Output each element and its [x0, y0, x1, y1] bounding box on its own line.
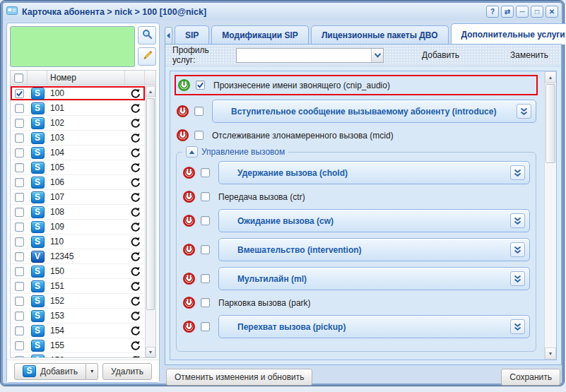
number-row[interactable]: V12345: [11, 249, 145, 264]
history-icon[interactable]: [125, 355, 145, 358]
services-scrollbar[interactable]: ▲ ▼: [544, 71, 556, 360]
window-refresh-button[interactable]: ⇄: [501, 6, 514, 18]
number-row[interactable]: S110: [11, 234, 145, 249]
chevron-down-icon[interactable]: [371, 49, 383, 62]
number-row[interactable]: S108: [11, 205, 145, 220]
history-icon[interactable]: [125, 88, 145, 99]
service-expand-panel[interactable]: Мультилайн (ml): [218, 267, 530, 290]
type-column-header[interactable]: [28, 71, 47, 85]
history-icon[interactable]: [125, 266, 145, 277]
number-row[interactable]: S150: [11, 264, 145, 279]
history-icon[interactable]: [125, 162, 145, 173]
number-row[interactable]: S102: [11, 116, 145, 131]
number-row-checkbox[interactable]: [15, 222, 24, 232]
service-disabled-icon[interactable]: [176, 129, 189, 142]
expand-double-chevron-icon[interactable]: [510, 271, 525, 286]
number-row[interactable]: S153: [11, 309, 145, 323]
history-icon[interactable]: [125, 133, 145, 143]
service-row[interactable]: Передача вызова (ctr): [182, 190, 530, 203]
window-maximize-button[interactable]: □: [531, 6, 543, 18]
service-disabled-icon[interactable]: [182, 243, 196, 256]
scroll-up-icon[interactable]: ▲: [146, 86, 155, 97]
service-row[interactable]: Мультилайн (ml): [182, 267, 530, 290]
number-row[interactable]: S104: [11, 145, 145, 160]
add-number-dropdown-button[interactable]: ▼: [86, 363, 98, 380]
number-row[interactable]: S154: [11, 323, 145, 338]
expand-double-chevron-icon[interactable]: [510, 242, 525, 257]
service-checkbox[interactable]: [194, 131, 204, 140]
service-expand-panel[interactable]: Перехват вызова (pickup): [218, 315, 530, 338]
number-row-checkbox[interactable]: [15, 252, 24, 261]
window-help-button[interactable]: ?: [486, 6, 499, 18]
expand-double-chevron-icon[interactable]: [510, 319, 525, 334]
edit-button[interactable]: [138, 47, 156, 66]
number-row[interactable]: S105: [11, 160, 145, 175]
history-icon[interactable]: [125, 192, 145, 203]
service-expand-panel[interactable]: Вступительное сообщение вызываемому абон…: [212, 100, 536, 123]
search-button[interactable]: [138, 26, 156, 44]
number-row-checkbox[interactable]: [15, 148, 24, 158]
service-checkbox[interactable]: [196, 81, 205, 90]
history-icon[interactable]: [125, 148, 145, 158]
service-expand-panel[interactable]: Ожидание вызова (cw): [218, 209, 530, 232]
number-row-checkbox[interactable]: [15, 326, 24, 335]
expand-double-chevron-icon[interactable]: [510, 213, 525, 228]
numbers-scrollbar[interactable]: ▲ ▼: [145, 86, 155, 357]
expand-double-chevron-icon[interactable]: [517, 104, 531, 119]
service-row[interactable]: Произнесение имени звонящего (cnip_audio…: [176, 76, 536, 94]
tab-sip[interactable]: SIP: [175, 25, 209, 44]
number-row-checkbox[interactable]: [15, 178, 24, 187]
expand-double-chevron-icon[interactable]: [510, 165, 525, 180]
service-checkbox[interactable]: [201, 216, 210, 225]
service-row[interactable]: Вмешательство (intervention): [182, 238, 530, 261]
service-checkbox[interactable]: [194, 107, 204, 116]
number-row-checkbox[interactable]: [15, 119, 24, 128]
scrollbar-thumb[interactable]: [546, 84, 555, 163]
window-titlebar[interactable]: Карточка абонента > nick > 100 [100@nick…: [4, 3, 561, 20]
number-row-checkbox[interactable]: [15, 163, 24, 172]
number-row-checkbox[interactable]: [15, 208, 24, 217]
service-checkbox[interactable]: [201, 322, 210, 331]
number-row[interactable]: S106: [11, 175, 145, 190]
number-row-checkbox[interactable]: [15, 104, 24, 113]
group-collapse-icon[interactable]: [186, 146, 198, 158]
service-disabled-icon[interactable]: [182, 272, 196, 285]
service-checkbox[interactable]: [201, 168, 210, 177]
number-column-header[interactable]: Номер: [47, 71, 125, 85]
service-expand-panel[interactable]: Вмешательство (intervention): [218, 238, 530, 261]
scroll-up-icon[interactable]: ▲: [545, 71, 556, 83]
history-icon[interactable]: [125, 103, 145, 114]
number-row[interactable]: S152: [11, 294, 145, 309]
history-icon[interactable]: [125, 326, 145, 336]
history-icon[interactable]: [125, 222, 145, 232]
number-row-checkbox[interactable]: [15, 89, 24, 98]
profile-replace-button[interactable]: Заменить: [505, 47, 554, 63]
number-row[interactable]: S155: [11, 338, 145, 353]
history-icon[interactable]: [125, 237, 145, 247]
service-row[interactable]: Перехват вызова (pickup): [182, 315, 530, 338]
number-row-checkbox[interactable]: [15, 237, 24, 247]
history-icon[interactable]: [125, 340, 145, 351]
number-row-checkbox[interactable]: [15, 193, 24, 202]
service-row[interactable]: Парковка вызова (park): [182, 296, 530, 309]
add-number-button[interactable]: S Добавить: [14, 363, 86, 380]
scroll-down-icon[interactable]: ▼: [146, 347, 155, 357]
number-row[interactable]: S103: [11, 131, 145, 145]
history-icon[interactable]: [125, 207, 145, 218]
service-row[interactable]: Удержание вызова (chold): [182, 161, 530, 184]
history-icon[interactable]: [125, 311, 145, 321]
service-checkbox[interactable]: [201, 245, 210, 254]
history-column-header[interactable]: [125, 71, 145, 85]
history-icon[interactable]: [125, 177, 145, 188]
number-row-checkbox[interactable]: [15, 341, 24, 350]
service-disabled-icon[interactable]: [176, 105, 189, 118]
window-minimize-button[interactable]: ─: [516, 6, 529, 18]
service-checkbox[interactable]: [201, 192, 210, 201]
number-row[interactable]: S100: [11, 86, 145, 101]
tab-license-packages[interactable]: Лицензионные пакеты ДВО: [311, 25, 449, 44]
scrollbar-thumb[interactable]: [146, 98, 155, 310]
scroll-down-icon[interactable]: ▼: [545, 348, 556, 360]
profile-add-button[interactable]: Добавить: [416, 47, 465, 63]
service-disabled-icon[interactable]: [182, 214, 196, 227]
number-row-checkbox[interactable]: [15, 311, 24, 321]
